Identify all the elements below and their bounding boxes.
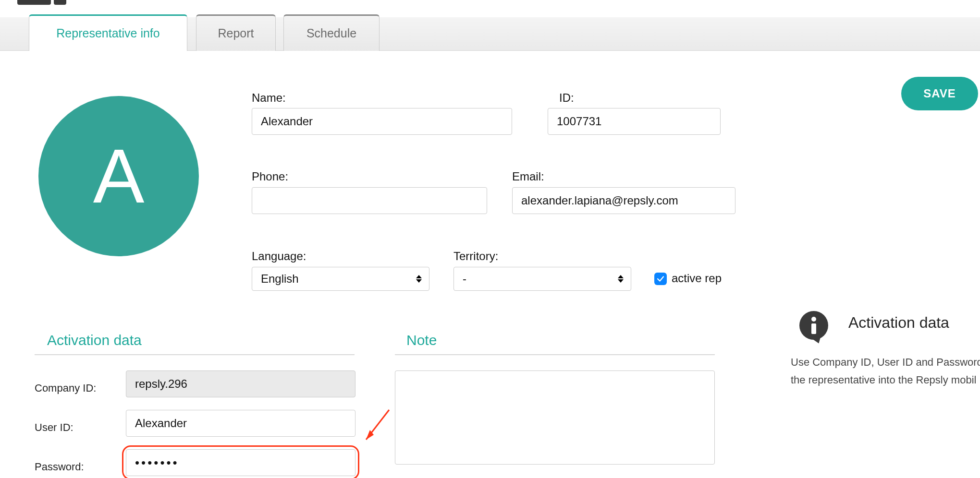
language-value: English — [261, 272, 299, 286]
password-input[interactable] — [126, 449, 355, 476]
activation-heading: Activation data — [47, 332, 142, 348]
activation-underline — [35, 354, 355, 355]
company-id-input — [126, 370, 355, 397]
tab-bar: Representative info Report Schedule — [0, 17, 980, 51]
language-select[interactable]: English — [252, 267, 429, 291]
header-icon-stub — [17, 0, 51, 5]
tab-schedule[interactable]: Schedule — [283, 14, 380, 51]
svg-line-0 — [366, 410, 389, 440]
note-textarea[interactable] — [395, 370, 715, 465]
name-label: Name: — [252, 91, 286, 105]
password-label: Password: — [35, 461, 84, 473]
avatar-initial: A — [93, 132, 145, 220]
id-input[interactable] — [548, 108, 721, 135]
active-rep-label: active rep — [672, 272, 722, 285]
email-input[interactable] — [512, 187, 735, 214]
note-underline — [395, 354, 715, 355]
save-button-label: SAVE — [923, 87, 956, 100]
id-label: ID: — [559, 91, 574, 105]
tab-representative-info[interactable]: Representative info — [29, 14, 187, 51]
user-id-label: User ID: — [35, 421, 74, 434]
arrow-annotation — [359, 406, 394, 447]
info-panel-text: Use Company ID, User ID and Password the… — [791, 353, 980, 389]
user-id-input[interactable] — [126, 410, 355, 437]
header-icon-stub2 — [54, 0, 66, 5]
name-input[interactable] — [252, 108, 512, 135]
territory-value: - — [463, 272, 466, 286]
info-icon — [799, 311, 828, 340]
check-icon — [656, 275, 665, 283]
avatar[interactable]: A — [38, 96, 199, 256]
phone-input[interactable] — [252, 187, 487, 214]
territory-select[interactable]: - — [453, 267, 631, 291]
select-arrows-icon — [416, 275, 422, 283]
company-id-label: Company ID: — [35, 382, 96, 394]
svg-marker-1 — [366, 430, 374, 440]
tab-label: Report — [218, 26, 254, 40]
select-arrows-icon — [617, 275, 624, 283]
email-label: Email: — [512, 170, 544, 183]
save-button[interactable]: SAVE — [901, 77, 978, 110]
territory-label: Territory: — [453, 250, 498, 263]
active-rep-checkbox[interactable] — [654, 273, 667, 285]
info-panel-title: Activation data — [848, 314, 949, 332]
note-heading: Note — [406, 332, 437, 348]
phone-label: Phone: — [252, 170, 288, 183]
tab-label: Representative info — [56, 26, 159, 40]
tab-report[interactable]: Report — [196, 14, 276, 51]
tab-label: Schedule — [306, 26, 356, 40]
language-label: Language: — [252, 250, 306, 263]
